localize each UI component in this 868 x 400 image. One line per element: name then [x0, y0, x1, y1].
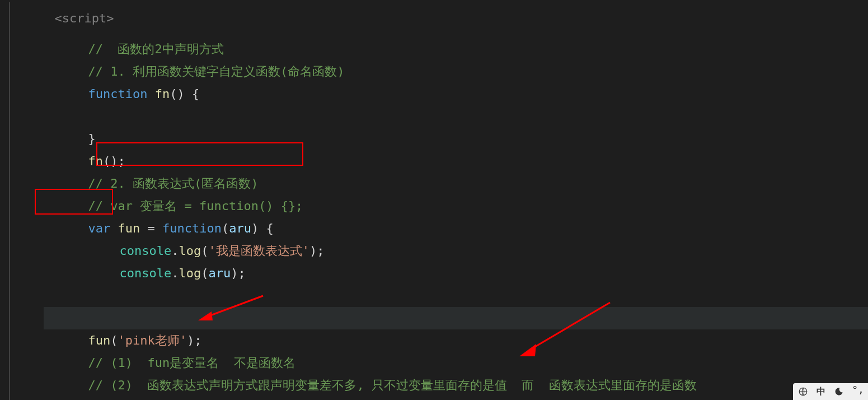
code-line[interactable]: // var 变量名 = function() {}; — [44, 173, 868, 195]
code-line[interactable]: fn(); — [44, 128, 868, 150]
settings-icon[interactable]: °, — [852, 384, 864, 395]
code-line-blank[interactable] — [44, 262, 868, 285]
code-line[interactable]: // 1. 利用函数关键字自定义函数(命名函数) — [44, 38, 868, 61]
ime-language[interactable]: 中 — [817, 386, 825, 398]
code-line[interactable]: <script> — [44, 0, 868, 16]
code-lines: <script> // 函数的2中声明方式 // 1. 利用函数关键字自定义函数… — [0, 0, 868, 397]
moon-icon[interactable] — [833, 386, 844, 397]
code-line[interactable]: console.log(aru); — [44, 240, 868, 262]
code-line[interactable]: // (3) 函数表达式也可以进行传递参数 — [44, 374, 868, 397]
globe-icon[interactable] — [797, 386, 809, 397]
code-line[interactable]: // 函数的2中声明方式 — [44, 16, 868, 38]
code-line[interactable]: console.log('我是函数表达式'); — [44, 217, 868, 240]
code-line[interactable]: } — [44, 285, 868, 307]
code-line[interactable]: // (2) 函数表达式声明方式跟声明变量差不多, 只不过变量里面存的是值 而 … — [44, 352, 868, 374]
code-line[interactable]: // 2. 函数表达式(匿名函数) — [44, 150, 868, 173]
code-line[interactable]: // (1) fun是变量名 不是函数名 — [44, 329, 868, 352]
code-editor[interactable]: <script> // 函数的2中声明方式 // 1. 利用函数关键字自定义函数… — [0, 0, 868, 400]
code-line-current[interactable]: fun('pink老师'); — [44, 307, 868, 329]
code-line[interactable]: var fun = function(aru) { — [44, 195, 868, 217]
ime-status-bar[interactable]: 中 °, — [793, 383, 868, 400]
code-line[interactable]: function fn() { — [44, 61, 868, 83]
code-line-blank[interactable] — [44, 83, 868, 105]
code-line[interactable]: } — [44, 105, 868, 128]
